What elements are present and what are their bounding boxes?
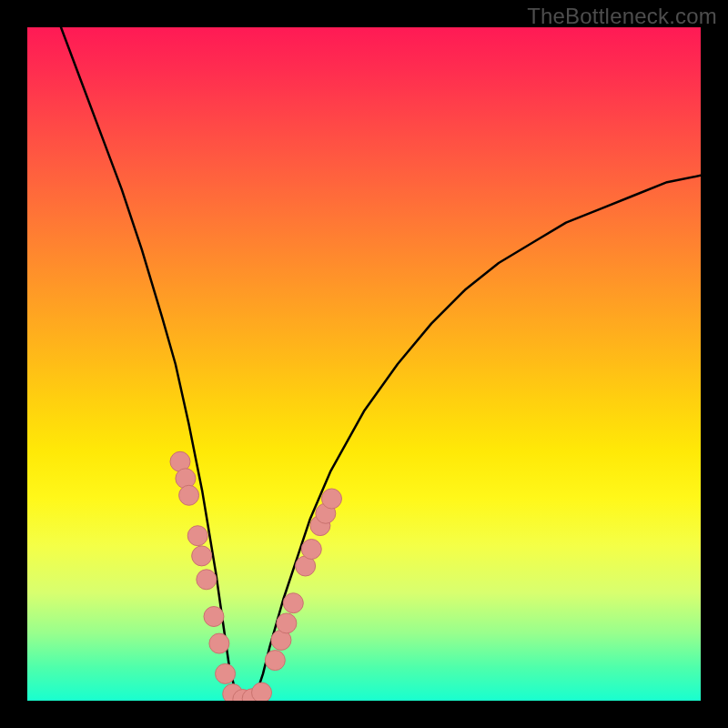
data-marker [277, 613, 297, 633]
data-marker [252, 682, 272, 701]
bottleneck-curve [61, 27, 701, 701]
data-marker [301, 540, 321, 560]
data-marker [265, 651, 285, 671]
data-marker [192, 546, 212, 566]
plot-area [27, 27, 701, 701]
data-marker [204, 607, 224, 627]
data-marker [179, 485, 199, 505]
watermark-text: TheBottleneck.com [527, 4, 717, 29]
chart-svg [27, 27, 701, 701]
data-marker [283, 593, 303, 613]
outer-frame: TheBottleneck.com [0, 0, 728, 728]
data-marker [209, 633, 229, 653]
data-marker [197, 570, 217, 590]
data-marker [216, 663, 236, 683]
data-marker [187, 526, 207, 546]
data-marker [321, 489, 341, 509]
